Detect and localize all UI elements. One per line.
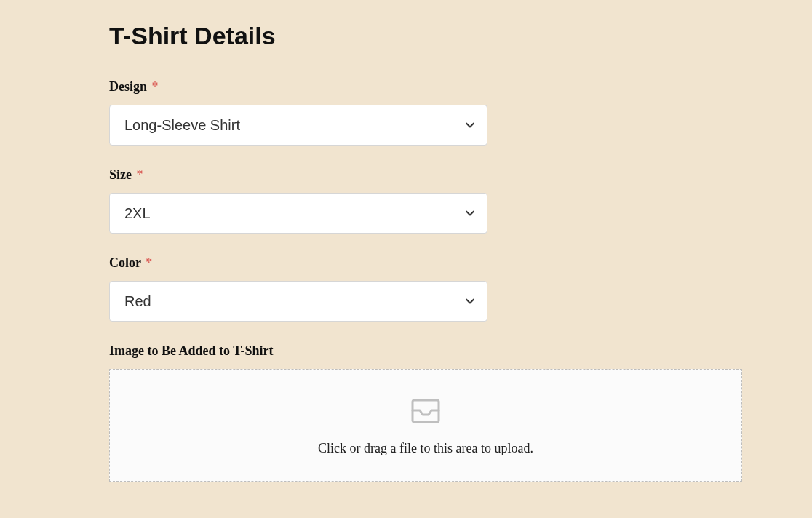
design-field: Design * Long-Sleeve Shirt <box>109 79 703 146</box>
design-select-wrapper: Long-Sleeve Shirt <box>109 105 487 146</box>
inbox-icon <box>410 397 442 428</box>
upload-text: Click or drag a file to this area to upl… <box>124 441 727 456</box>
size-label: Size * <box>109 167 703 183</box>
required-mark: * <box>152 79 159 94</box>
design-select-value: Long-Sleeve Shirt <box>124 117 240 134</box>
required-mark: * <box>146 255 152 270</box>
size-select-wrapper: 2XL <box>109 193 487 234</box>
image-field: Image to Be Added to T-Shirt Click or dr… <box>109 343 703 482</box>
size-select-value: 2XL <box>124 205 151 222</box>
required-mark: * <box>137 167 143 182</box>
color-label-text: Color <box>109 255 141 270</box>
color-select-value: Red <box>124 293 151 310</box>
size-label-text: Size <box>109 167 132 182</box>
upload-dropzone[interactable]: Click or drag a file to this area to upl… <box>109 369 742 482</box>
design-label-text: Design <box>109 79 147 94</box>
color-field: Color * Red <box>109 255 703 322</box>
color-select-wrapper: Red <box>109 281 487 322</box>
image-label: Image to Be Added to T-Shirt <box>109 343 703 359</box>
design-label: Design * <box>109 79 703 95</box>
size-select[interactable]: 2XL <box>109 193 487 234</box>
design-select[interactable]: Long-Sleeve Shirt <box>109 105 487 146</box>
color-select[interactable]: Red <box>109 281 487 322</box>
size-field: Size * 2XL <box>109 167 703 234</box>
color-label: Color * <box>109 255 703 271</box>
page-title: T-Shirt Details <box>109 22 703 50</box>
